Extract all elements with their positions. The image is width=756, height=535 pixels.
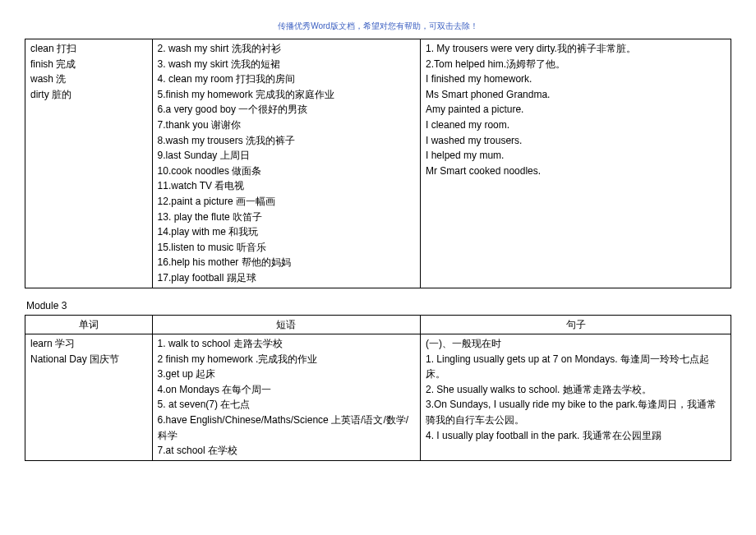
module2-col1: clean 打扫finish 完成wash 洗dirty 脏的 [25,39,153,288]
module3-title: Module 3 [26,300,731,311]
module3-col1: learn 学习National Day 国庆节 [25,334,153,461]
cell-line: 13. play the flute 吹笛子 [158,210,415,225]
cell-line: 6.have English/Chinese/Maths/Science 上英语… [158,413,415,443]
cell-line: 1. My trousers were very dirty.我的裤子非常脏。 [426,41,726,57]
cell-line: Ms Smart phoned Grandma. [426,87,726,103]
cell-line: 14.play with me 和我玩 [158,224,415,240]
cell-line: 4. I usually play football in the park. … [426,428,726,444]
cell-line: 2. wash my shirt 洗我的衬衫 [158,41,415,57]
cell-line: Mr Smart cooked noodles. [426,164,726,179]
module3-header-col1: 单词 [25,315,153,334]
cell-line: 7.at school 在学校 [158,443,415,459]
header-note: 传播优秀Word版文档，希望对您有帮助，可双击去除！ [25,21,731,32]
cell-line: I finished my homework. [426,71,726,87]
module3-header-col3: 句子 [421,315,731,334]
cell-line: 4. clean my room 打扫我的房间 [158,71,415,87]
cell-line: finish 完成 [30,57,147,72]
cell-line: 7.thank you 谢谢你 [158,118,415,133]
cell-line: 1. walk to school 走路去学校 [158,336,415,352]
cell-line: National Day 国庆节 [30,352,147,367]
cell-line: I helped my mum. [426,148,726,164]
cell-line: clean 打扫 [30,41,147,57]
module3-col3: (一)、一般现在时1. Lingling usually gets up at … [421,334,731,461]
cell-line: 3.On Sundays, I usually ride my bike to … [426,397,726,427]
module2-col3: 1. My trousers were very dirty.我的裤子非常脏。2… [421,39,731,288]
module3-table: 单词 短语 句子 learn 学习National Day 国庆节 1. wal… [25,315,731,461]
cell-line: 17.play football 踢足球 [158,270,415,286]
cell-line: 6.a very good boy 一个很好的男孩 [158,102,415,118]
module2-col2: 2. wash my shirt 洗我的衬衫3. wash my skirt 洗… [152,39,420,288]
cell-line: wash 洗 [30,71,147,87]
cell-line: 12.paint a picture 画一幅画 [158,194,415,210]
module3-header-col2: 短语 [152,315,420,334]
cell-line: 8.wash my trousers 洗我的裤子 [158,133,415,149]
cell-line: learn 学习 [30,336,147,352]
cell-line: 10.cook noodles 做面条 [158,164,415,179]
cell-line: I washed my trousers. [426,133,726,149]
cell-line: 5. at seven(7) 在七点 [158,397,415,413]
cell-line: 3.get up 起床 [158,367,415,382]
cell-line: I cleaned my room. [426,118,726,133]
cell-line: 2 finish my homework .完成我的作业 [158,352,415,367]
cell-line: 4.on Mondays 在每个周一 [158,382,415,398]
cell-line: (一)、一般现在时 [426,336,726,352]
cell-line: dirty 脏的 [30,87,147,103]
module3-col2: 1. walk to school 走路去学校2 finish my homew… [152,334,420,461]
module2-table: clean 打扫finish 完成wash 洗dirty 脏的 2. wash … [25,39,731,288]
cell-line: 2.Tom helped him.汤姆帮了他。 [426,57,726,72]
cell-line: 3. wash my skirt 洗我的短裙 [158,57,415,72]
cell-line: 11.watch TV 看电视 [158,178,415,194]
cell-line: 16.help his mother 帮他的妈妈 [158,255,415,270]
cell-line: 5.finish my homework 完成我的家庭作业 [158,87,415,103]
cell-line: Amy painted a picture. [426,102,726,118]
cell-line: 2. She usually walks to school. 她通常走路去学校… [426,382,726,398]
cell-line: 15.listen to music 听音乐 [158,240,415,256]
cell-line: 1. Lingling usually gets up at 7 on Mond… [426,352,726,382]
cell-line: 9.last Sunday 上周日 [158,148,415,164]
